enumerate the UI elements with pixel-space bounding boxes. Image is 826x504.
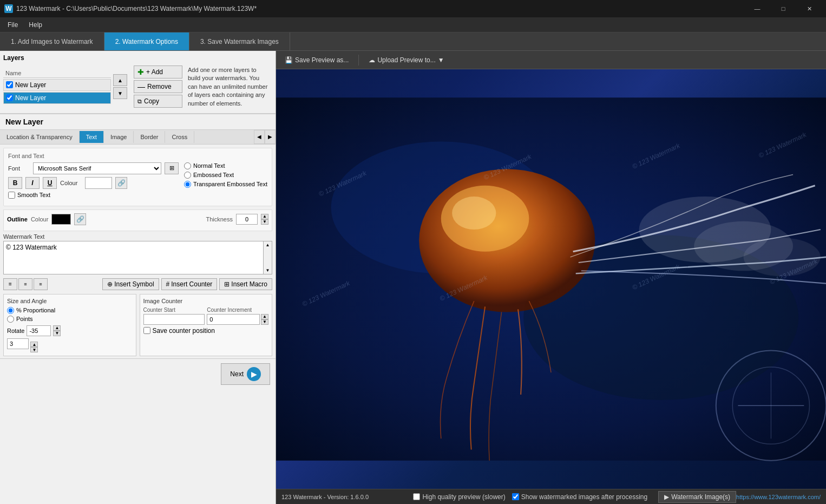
- font-browse-button[interactable]: ⊞: [165, 162, 179, 174]
- save-preview-button[interactable]: 💾 Save Preview as...: [281, 54, 352, 66]
- show-watermarked-label: Show watermarked images after processing: [521, 493, 647, 501]
- align-right-button[interactable]: ≡: [34, 278, 48, 290]
- size-down[interactable]: ▼: [30, 347, 38, 352]
- minimize-button[interactable]: —: [745, 0, 770, 17]
- new-layer-title: New Layer: [0, 114, 276, 130]
- watermark-images-icon: ▶: [664, 493, 669, 501]
- svg-point-10: [744, 238, 821, 276]
- remove-layer-button[interactable]: — Remove: [134, 80, 182, 93]
- outline-link-button[interactable]: 🔗: [74, 213, 86, 225]
- font-text-section: Font and Text Font Microsoft Sans Serif …: [3, 148, 272, 206]
- layer-item-2[interactable]: New Layer: [3, 92, 111, 104]
- transparent-embossed-radio[interactable]: [184, 181, 191, 188]
- thickness-input[interactable]: [236, 214, 258, 225]
- normal-text-radio[interactable]: [184, 162, 191, 169]
- proportional-row: % Proportional: [7, 307, 133, 314]
- layers-title: Layers: [3, 54, 272, 62]
- points-radio[interactable]: [7, 316, 14, 323]
- text-format-buttons: ≡ ≡ ≡: [3, 278, 48, 290]
- size-input[interactable]: [7, 338, 29, 349]
- layer-down-button[interactable]: ▼: [113, 87, 127, 99]
- save-counter-checkbox[interactable]: [143, 327, 150, 334]
- align-left-button[interactable]: ≡: [3, 278, 17, 290]
- website-link[interactable]: https://www.123watermark.com/: [736, 494, 821, 500]
- menu-file[interactable]: File: [2, 19, 23, 31]
- remove-icon: —: [137, 82, 145, 91]
- titlebar: W 123 Watermark - C:\Users\Public\Docume…: [0, 0, 826, 17]
- next-button[interactable]: Next ▶: [221, 363, 270, 385]
- smooth-text-checkbox[interactable]: [8, 192, 15, 199]
- rotate-up[interactable]: ▲: [53, 325, 61, 331]
- preview-options: High quality preview (slower) Show water…: [413, 493, 647, 501]
- watermark-images-button[interactable]: ▶ Watermark Image(s): [658, 491, 736, 503]
- insert-macro-button[interactable]: ⊞ Insert Macro: [219, 278, 272, 290]
- outline-colour-label: Colour: [31, 216, 48, 222]
- show-watermarked-checkbox[interactable]: [512, 493, 519, 500]
- insert-symbol-button[interactable]: ⊕ Insert Symbol: [102, 278, 159, 290]
- copy-layer-button[interactable]: ⧉ Copy: [134, 95, 182, 108]
- embossed-text-radio[interactable]: [184, 172, 191, 179]
- tab-watermark-options[interactable]: 2. Watermark Options: [104, 32, 189, 50]
- tab-location-transparency[interactable]: Location & Transparency: [0, 131, 80, 143]
- insert-symbol-icon: ⊕: [107, 280, 113, 288]
- font-select[interactable]: Microsoft Sans Serif: [33, 162, 161, 174]
- counter-start-input[interactable]: [143, 314, 205, 325]
- tab-prev-button[interactable]: ◀: [254, 130, 265, 144]
- colour-label: Colour: [60, 180, 82, 186]
- outline-header: Outline Colour 🔗 Thickness ▲ ▼: [7, 213, 268, 225]
- size-up[interactable]: ▲: [30, 342, 38, 347]
- increment-down[interactable]: ▼: [261, 319, 268, 325]
- show-watermarked-check: Show watermarked images after processing: [512, 493, 647, 501]
- image-counter-title: Image Counter: [143, 298, 269, 304]
- watermark-text-label: Watermark Text: [3, 233, 272, 240]
- rotate-down[interactable]: ▼: [53, 331, 61, 336]
- upload-preview-button[interactable]: ☁ Upload Preview to... ▼: [365, 54, 447, 66]
- counter-increment-input[interactable]: [207, 314, 260, 325]
- size-angle-section: Size and Angle % Proportional Points Rot…: [3, 294, 136, 357]
- underline-button[interactable]: U: [43, 177, 57, 189]
- colour-swatch[interactable]: [85, 177, 112, 189]
- layers-description: Add one or more layers to build your wat…: [186, 64, 272, 110]
- tab-text[interactable]: Text: [80, 131, 104, 143]
- size-angle-title: Size and Angle: [7, 298, 133, 304]
- colour-link-button[interactable]: 🔗: [115, 177, 127, 189]
- preview-sep: [358, 55, 359, 66]
- increment-up[interactable]: ▲: [261, 314, 268, 319]
- layer-up-button[interactable]: ▲: [113, 74, 127, 86]
- window-controls: — □ ✕: [745, 0, 822, 17]
- outline-colour-swatch[interactable]: [51, 214, 71, 225]
- watermark-text-section: Watermark Text © 123 Watermark ▲ ▼: [3, 233, 272, 274]
- maximize-button[interactable]: □: [771, 0, 796, 17]
- tab-save-images[interactable]: 3. Save Watermark Images: [189, 32, 290, 50]
- preview-area: © 123 Watermark © 123 Watermark © 123 Wa…: [276, 69, 826, 489]
- tab-next-button[interactable]: ▶: [265, 130, 276, 144]
- menu-help[interactable]: Help: [23, 19, 48, 31]
- counter-increment-col: Counter Increment ▲ ▼: [207, 307, 268, 325]
- rotate-input[interactable]: [27, 325, 51, 336]
- layer-1-checkbox[interactable]: [6, 81, 13, 88]
- tab-image[interactable]: Image: [104, 131, 134, 143]
- watermark-textarea[interactable]: © 123 Watermark: [4, 241, 263, 274]
- layer-item-1[interactable]: New Layer: [3, 79, 111, 91]
- layer-2-checkbox[interactable]: [6, 94, 13, 101]
- scroll-down[interactable]: ▼: [266, 268, 270, 273]
- insert-counter-button[interactable]: # Insert Counter: [161, 278, 218, 290]
- counter-start-label: Counter Start: [143, 307, 205, 313]
- tab-cross[interactable]: Cross: [165, 131, 194, 143]
- bold-button[interactable]: B: [8, 177, 22, 189]
- high-quality-checkbox[interactable]: [413, 493, 420, 500]
- rotate-row: Rotate ▲ ▼: [7, 325, 133, 336]
- save-counter-row: Save counter position: [143, 327, 269, 335]
- close-button[interactable]: ✕: [797, 0, 822, 17]
- thickness-down[interactable]: ▼: [261, 219, 268, 225]
- tab-border[interactable]: Border: [134, 131, 165, 143]
- scroll-up[interactable]: ▲: [266, 243, 270, 247]
- italic-button[interactable]: I: [25, 177, 40, 189]
- smooth-text-label: Smooth Text: [17, 192, 50, 198]
- thickness-up[interactable]: ▲: [261, 214, 268, 219]
- proportional-radio[interactable]: [7, 307, 14, 314]
- tab-add-images[interactable]: 1. Add Images to Watermark: [0, 32, 104, 50]
- watermark-scrollbar[interactable]: ▲ ▼: [263, 241, 272, 274]
- add-layer-button[interactable]: ✚ + Add: [134, 66, 182, 78]
- align-center-button[interactable]: ≡: [18, 278, 32, 290]
